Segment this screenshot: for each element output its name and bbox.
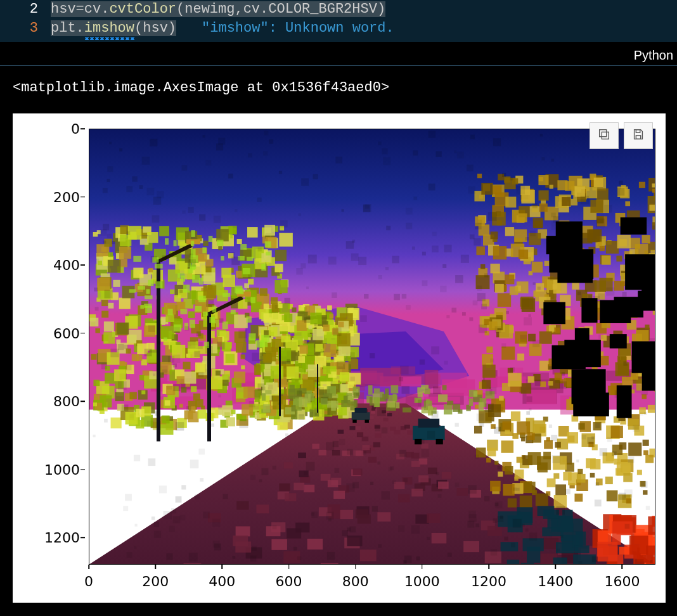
svg-rect-1961 <box>351 253 359 261</box>
svg-rect-1258 <box>567 432 578 444</box>
svg-rect-1865 <box>147 421 154 428</box>
svg-rect-55 <box>332 450 340 456</box>
svg-rect-1979 <box>261 468 268 475</box>
svg-rect-1020 <box>271 366 283 378</box>
code-line-2[interactable]: 2 hsv=cv.cvtColor(newimg,cv.COLOR_BGR2HS… <box>0 0 677 19</box>
svg-rect-1978 <box>429 131 436 138</box>
svg-rect-1457 <box>502 421 511 430</box>
x-tick-mark <box>622 565 623 569</box>
svg-rect-2118 <box>497 516 503 522</box>
svg-rect-1776 <box>581 435 586 439</box>
code-line-3[interactable]: 3 plt.imshow(hsv)"imshow": Unknown word. <box>0 19 677 38</box>
svg-rect-1620 <box>374 388 380 394</box>
svg-rect-2025 <box>126 552 132 558</box>
svg-rect-1886 <box>166 553 172 560</box>
svg-rect-1835 <box>560 535 564 538</box>
svg-rect-1609 <box>292 405 296 411</box>
svg-rect-1998 <box>228 174 233 179</box>
svg-rect-454 <box>264 225 275 236</box>
svg-rect-2129 <box>577 402 584 409</box>
copy-icon <box>597 127 611 144</box>
svg-rect-1603 <box>479 402 484 412</box>
svg-rect-1905 <box>530 231 536 236</box>
svg-rect-1772 <box>356 393 359 396</box>
svg-rect-2119 <box>103 224 109 230</box>
svg-rect-2017 <box>163 511 172 520</box>
svg-rect-1198 <box>572 282 579 290</box>
svg-rect-2032 <box>646 506 650 510</box>
x-tick-label: 0 <box>84 574 93 589</box>
svg-rect-1025 <box>287 366 299 378</box>
svg-rect-2000 <box>153 373 155 376</box>
svg-rect-1941 <box>557 506 565 515</box>
svg-rect-1999 <box>606 287 614 295</box>
svg-rect-1927 <box>382 148 387 154</box>
svg-rect-114 <box>404 425 410 428</box>
svg-rect-1439 <box>617 235 631 248</box>
svg-rect-2035 <box>448 553 452 557</box>
svg-rect-2146 <box>190 459 199 468</box>
svg-rect-2147 <box>285 298 290 304</box>
svg-rect-497 <box>148 268 153 273</box>
svg-rect-591 <box>136 409 144 417</box>
svg-rect-1890 <box>535 380 541 386</box>
svg-rect-2112 <box>326 512 333 520</box>
x-tick-mark <box>222 565 223 569</box>
svg-rect-1686 <box>572 532 583 548</box>
svg-rect-2055 <box>400 366 409 375</box>
svg-rect-538 <box>183 362 190 369</box>
svg-rect-2018 <box>182 165 188 170</box>
svg-rect-1736 <box>181 276 185 282</box>
svg-rect-1908 <box>533 282 536 285</box>
svg-rect-1817 <box>103 240 106 243</box>
x-tick-mark <box>155 565 156 569</box>
svg-rect-385 <box>141 390 145 394</box>
svg-rect-1967 <box>382 427 388 433</box>
svg-rect-892 <box>329 314 333 319</box>
copy-button[interactable] <box>590 122 619 149</box>
svg-rect-189 <box>241 365 245 369</box>
svg-rect-1629 <box>279 347 281 416</box>
svg-rect-1271 <box>533 290 539 297</box>
svg-rect-1432 <box>538 190 548 200</box>
svg-rect-1308 <box>475 404 479 408</box>
save-button[interactable] <box>624 122 653 149</box>
svg-rect-1983 <box>623 264 629 269</box>
output-repr: <matplotlib.image.AxesImage at 0x1536f43… <box>13 80 664 96</box>
svg-rect-1691 <box>507 560 519 565</box>
x-tick-label: 200 <box>142 574 169 589</box>
svg-rect-988 <box>308 325 312 329</box>
svg-rect-1444 <box>528 376 534 383</box>
svg-rect-1612 <box>458 409 462 414</box>
code-cell[interactable]: 2 hsv=cv.cvtColor(newimg,cv.COLOR_BGR2HS… <box>0 0 677 42</box>
svg-rect-2085 <box>200 478 203 482</box>
svg-rect-1702 <box>248 333 255 340</box>
svg-rect-2145 <box>110 349 119 357</box>
svg-rect-1391 <box>511 411 520 421</box>
svg-rect-143 <box>418 475 429 482</box>
svg-rect-2124 <box>477 414 484 421</box>
svg-rect-2014 <box>502 173 506 177</box>
svg-rect-1423 <box>540 382 546 387</box>
svg-rect-2080 <box>377 407 386 416</box>
svg-rect-2 <box>636 129 640 132</box>
svg-rect-1514 <box>652 183 655 187</box>
svg-rect-1747 <box>235 286 242 293</box>
svg-rect-142 <box>368 457 377 463</box>
svg-rect-77 <box>457 488 468 496</box>
svg-rect-1286 <box>539 331 552 344</box>
svg-rect-1469 <box>594 177 603 187</box>
svg-rect-1654 <box>598 530 612 544</box>
svg-rect-130 <box>411 461 420 467</box>
svg-rect-1551 <box>368 385 373 395</box>
svg-rect-1848 <box>250 556 257 562</box>
svg-rect-1557 <box>442 385 447 390</box>
svg-rect-1766 <box>218 405 221 408</box>
svg-rect-116 <box>284 462 293 468</box>
svg-rect-1417 <box>505 274 514 284</box>
svg-rect-1841 <box>119 148 122 151</box>
svg-rect-1605 <box>288 389 295 399</box>
svg-rect-1180 <box>574 494 583 502</box>
svg-rect-2094 <box>238 330 247 338</box>
kernel-label[interactable]: Python <box>0 42 677 66</box>
